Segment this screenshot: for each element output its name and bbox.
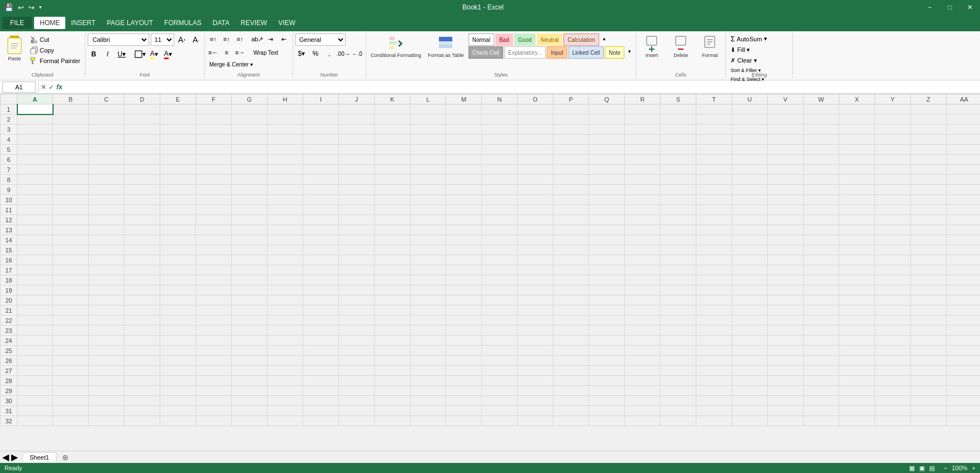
cell-Y10[interactable] [875, 195, 911, 205]
cell-V3[interactable] [768, 125, 804, 135]
cell-H31[interactable] [267, 406, 303, 416]
increase-font-btn[interactable]: A+ [176, 34, 188, 46]
cell-R20[interactable] [625, 295, 661, 305]
cell-M30[interactable] [446, 396, 482, 406]
cell-S7[interactable] [661, 165, 696, 175]
cell-K15[interactable] [375, 245, 410, 255]
cell-R14[interactable] [625, 235, 661, 245]
row-header-3[interactable]: 3 [1, 125, 17, 135]
cell-V22[interactable] [768, 316, 804, 326]
cell-T15[interactable] [696, 245, 732, 255]
cell-P17[interactable] [553, 265, 589, 275]
cell-P10[interactable] [553, 195, 589, 205]
cell-Q13[interactable] [589, 225, 625, 235]
cell-Q20[interactable] [589, 295, 625, 305]
cell-N32[interactable] [482, 416, 518, 426]
cell-L19[interactable] [410, 285, 446, 295]
name-box[interactable] [2, 82, 36, 93]
cell-M20[interactable] [446, 295, 482, 305]
cell-W11[interactable] [804, 205, 839, 215]
cell-E22[interactable] [160, 316, 196, 326]
cell-T7[interactable] [696, 165, 732, 175]
cell-M6[interactable] [446, 155, 482, 165]
cell-T18[interactable] [696, 275, 732, 285]
cell-W21[interactable] [804, 305, 839, 316]
cell-D30[interactable] [125, 396, 160, 406]
style-neutral[interactable]: Neutral [537, 34, 562, 46]
cell-F11[interactable] [196, 205, 232, 215]
cell-D1[interactable] [125, 104, 160, 114]
cell-T31[interactable] [696, 406, 732, 416]
col-header-O[interactable]: O [518, 94, 553, 104]
col-header-X[interactable]: X [839, 94, 875, 104]
cell-P24[interactable] [553, 336, 589, 346]
cell-K18[interactable] [375, 275, 410, 285]
cell-Y1[interactable] [875, 104, 911, 114]
cell-Q12[interactable] [589, 215, 625, 225]
cell-I23[interactable] [303, 326, 339, 336]
col-header-P[interactable]: P [553, 94, 589, 104]
cell-I15[interactable] [303, 245, 339, 255]
save-quick-btn[interactable]: 💾 [3, 3, 15, 12]
cell-D23[interactable] [125, 326, 160, 336]
cell-T25[interactable] [696, 346, 732, 356]
cell-C3[interactable] [89, 125, 125, 135]
cell-R23[interactable] [625, 326, 661, 336]
style-good[interactable]: Good [514, 34, 536, 46]
cell-D17[interactable] [125, 265, 160, 275]
cell-R2[interactable] [625, 114, 661, 125]
cell-H26[interactable] [267, 356, 303, 366]
row-header-21[interactable]: 21 [1, 305, 17, 316]
cell-Y23[interactable] [875, 326, 911, 336]
cell-Y32[interactable] [875, 416, 911, 426]
cell-D14[interactable] [125, 235, 160, 245]
cell-B22[interactable] [53, 316, 89, 326]
cell-T9[interactable] [696, 185, 732, 195]
cell-A27[interactable] [17, 366, 53, 376]
cell-U16[interactable] [732, 255, 768, 265]
cell-V9[interactable] [768, 185, 804, 195]
cell-D2[interactable] [125, 114, 160, 125]
cell-I8[interactable] [303, 175, 339, 185]
cell-A4[interactable] [17, 135, 53, 145]
cell-J19[interactable] [339, 285, 375, 295]
cell-K4[interactable] [375, 135, 410, 145]
row-header-32[interactable]: 32 [1, 416, 17, 426]
cell-K10[interactable] [375, 195, 410, 205]
col-header-K[interactable]: K [375, 94, 410, 104]
cell-U9[interactable] [732, 185, 768, 195]
cell-U26[interactable] [732, 356, 768, 366]
cell-V18[interactable] [768, 275, 804, 285]
cell-F12[interactable] [196, 215, 232, 225]
cell-D19[interactable] [125, 285, 160, 295]
row-header-16[interactable]: 16 [1, 255, 17, 265]
cell-S13[interactable] [661, 225, 696, 235]
cell-O23[interactable] [518, 326, 553, 336]
cell-Y20[interactable] [875, 295, 911, 305]
cell-Z1[interactable] [911, 104, 946, 114]
cell-T17[interactable] [696, 265, 732, 275]
row-header-17[interactable]: 17 [1, 265, 17, 275]
cell-U19[interactable] [732, 285, 768, 295]
cell-AA3[interactable] [946, 125, 981, 135]
cell-AA23[interactable] [946, 326, 981, 336]
cell-L29[interactable] [410, 386, 446, 396]
cell-O27[interactable] [518, 366, 553, 376]
cell-J10[interactable] [339, 195, 375, 205]
cell-Q7[interactable] [589, 165, 625, 175]
cell-C4[interactable] [89, 135, 125, 145]
col-header-L[interactable]: L [410, 94, 446, 104]
cell-P2[interactable] [553, 114, 589, 125]
cell-Y5[interactable] [875, 145, 911, 155]
cell-Z28[interactable] [911, 376, 946, 386]
cell-I7[interactable] [303, 165, 339, 175]
cell-N13[interactable] [482, 225, 518, 235]
cell-J28[interactable] [339, 376, 375, 386]
cell-L18[interactable] [410, 275, 446, 285]
cell-C14[interactable] [89, 235, 125, 245]
add-sheet-btn[interactable]: ⊕ [58, 452, 73, 463]
format-table-button[interactable]: Format as Table [426, 34, 466, 59]
cell-E5[interactable] [160, 145, 196, 155]
cell-K21[interactable] [375, 305, 410, 316]
cell-L30[interactable] [410, 396, 446, 406]
